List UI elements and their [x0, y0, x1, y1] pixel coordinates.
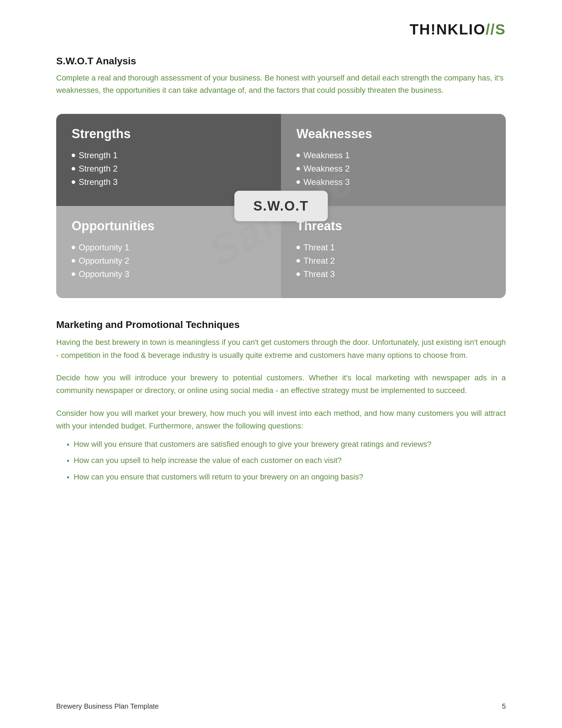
- marketing-para-2: Decide how you will introduce your brewe…: [56, 372, 506, 397]
- swot-center-box: S.W.O.T: [234, 191, 328, 221]
- weakness-item-2: Weakness 2: [296, 164, 490, 174]
- threat-item-2: Threat 2: [296, 256, 490, 266]
- threat-bullet-3: [296, 272, 300, 276]
- marketing-para-3: Consider how you will market your brewer…: [56, 407, 506, 433]
- opportunity-bullet-3: [72, 272, 75, 276]
- opportunity-item-3: Opportunity 3: [72, 269, 266, 279]
- strength-item-3: Strength 3: [72, 177, 266, 187]
- strength-bullet-2: [72, 167, 75, 170]
- weakness-bullet-2: [296, 167, 300, 170]
- marketing-bullet-list: How will you ensure that customers are s…: [56, 438, 506, 483]
- strength-item-2: Strength 2: [72, 164, 266, 174]
- footer-page-number: 5: [502, 702, 506, 710]
- strength-bullet-3: [72, 180, 75, 184]
- marketing-section-title: Marketing and Promotional Techniques: [56, 319, 506, 330]
- strengths-title: Strengths: [72, 127, 266, 141]
- swot-center-wrapper: S.W.O.T: [234, 191, 328, 221]
- weakness-item-3: Weakness 3: [296, 177, 490, 187]
- strength-bullet-1: [72, 154, 75, 157]
- swot-section-intro: Complete a real and thorough assessment …: [56, 72, 506, 96]
- threat-item-3: Threat 3: [296, 269, 490, 279]
- logo-slash: //S: [486, 21, 506, 38]
- footer: Brewery Business Plan Template 5: [56, 702, 506, 710]
- marketing-bullet-3: How can you ensure that customers will r…: [67, 471, 506, 483]
- opportunity-item-1: Opportunity 1: [72, 243, 266, 252]
- footer-doc-title: Brewery Business Plan Template: [56, 702, 159, 710]
- weakness-bullet-1: [296, 154, 300, 157]
- swot-container: Strengths Strength 1 Strength 2 Strength…: [56, 114, 506, 298]
- marketing-bullet-1: How will you ensure that customers are s…: [67, 438, 506, 451]
- swot-section-title: S.W.O.T Analysis: [56, 56, 506, 67]
- swot-center-label: S.W.O.T: [253, 199, 309, 213]
- marketing-section: Marketing and Promotional Techniques Hav…: [56, 319, 506, 483]
- weakness-item-1: Weakness 1: [296, 150, 490, 160]
- logo: TH!NKLIO//S: [410, 21, 506, 38]
- logo-area: TH!NKLIO//S: [56, 21, 506, 38]
- opportunity-bullet-1: [72, 246, 75, 249]
- weaknesses-title: Weaknesses: [296, 127, 490, 141]
- strength-item-1: Strength 1: [72, 150, 266, 160]
- page: TH!NKLIO//S S.W.O.T Analysis Complete a …: [0, 0, 562, 728]
- marketing-bullet-2: How can you upsell to help increase the …: [67, 454, 506, 467]
- logo-main-text: TH!NKLIO: [410, 21, 486, 38]
- marketing-para-1: Having the best brewery in town is meani…: [56, 336, 506, 362]
- threat-bullet-1: [296, 246, 300, 249]
- threat-bullet-2: [296, 259, 300, 263]
- opportunity-item-2: Opportunity 2: [72, 256, 266, 266]
- threat-item-1: Threat 1: [296, 243, 490, 252]
- opportunity-bullet-2: [72, 259, 75, 263]
- weakness-bullet-3: [296, 180, 300, 184]
